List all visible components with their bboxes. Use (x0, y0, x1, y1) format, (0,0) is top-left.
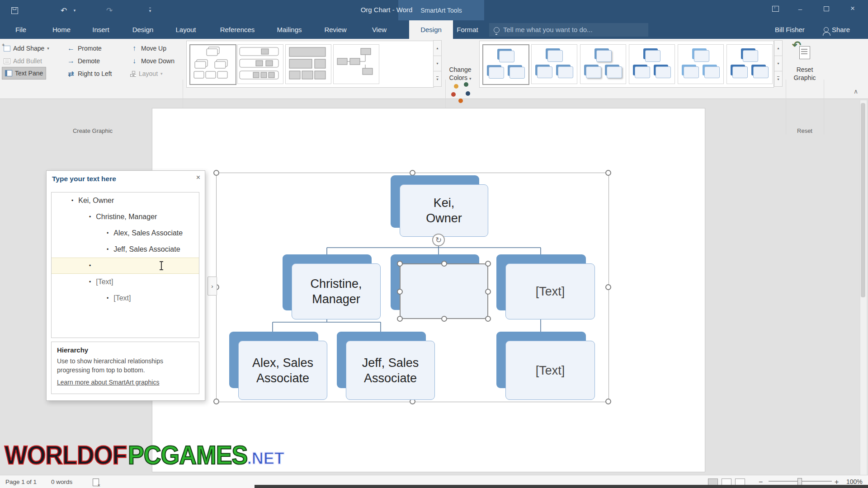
style-thumbnail-2[interactable] (531, 44, 577, 84)
tab-smartart-format[interactable]: Format (453, 20, 482, 39)
org-node-alex[interactable]: Alex, Sales Associate (229, 332, 327, 400)
text-pane-item-editing[interactable]: • (52, 258, 199, 274)
tab-review[interactable]: Review (320, 20, 351, 39)
layout-thumbnail-hierarchy[interactable] (189, 44, 236, 85)
layout-thumbnail-block[interactable] (285, 44, 331, 84)
page-indicator[interactable]: Page 1 of 1 (5, 475, 37, 488)
redo-button[interactable]: ↷ (103, 5, 116, 16)
learn-more-link[interactable]: Learn more about SmartArt graphics (57, 379, 159, 386)
proofing-status-icon[interactable] (93, 479, 99, 486)
org-node-christine[interactable]: Christine, Manager (283, 254, 381, 319)
close-icon[interactable]: × (196, 174, 200, 182)
node-shape[interactable]: [Text] (505, 341, 595, 400)
text-pane-item[interactable]: •Kei, Owner (52, 192, 199, 209)
scroll-up-button[interactable]: ▴ (774, 40, 783, 56)
shape-resize-handle[interactable] (485, 261, 491, 267)
tab-references[interactable]: References (217, 20, 258, 39)
move-down-arrow-icon: ↓ (130, 57, 138, 65)
node-shape[interactable]: Alex, Sales Associate (238, 341, 327, 400)
tab-home[interactable]: Home (48, 20, 75, 39)
text-pane-toggle-button[interactable]: Text Pane (2, 67, 46, 80)
layout-info-box: Hierarchy Use to show hierarchical relat… (51, 342, 199, 394)
node-shape[interactable]: [Text] (505, 263, 595, 319)
undo-dropdown[interactable]: ▾ (71, 5, 78, 16)
gallery-more-button[interactable]: ▾ (774, 71, 783, 87)
collapse-ribbon-button[interactable]: ∧ (854, 88, 858, 95)
tab-view[interactable]: View (368, 20, 391, 39)
node-shape[interactable]: Kei, Owner (400, 184, 488, 237)
shape-resize-handle[interactable] (485, 289, 491, 295)
org-node-text-placeholder-bottom[interactable]: [Text] (496, 332, 595, 400)
scroll-down-button[interactable]: ▾ (433, 56, 442, 71)
minimize-button[interactable]: – (790, 0, 810, 17)
demote-button[interactable]: → Demote (67, 55, 100, 67)
right-to-left-button[interactable]: ⇄ Right to Left (67, 68, 112, 80)
scroll-down-button[interactable]: ▾ (774, 56, 783, 71)
resize-handle[interactable] (605, 284, 611, 290)
shape-resize-handle[interactable] (441, 316, 447, 322)
color-dot-icon (458, 99, 463, 103)
resize-handle[interactable] (213, 170, 219, 176)
style-thumbnail-3[interactable] (580, 44, 626, 84)
node-shape[interactable]: Christine, Manager (292, 263, 381, 319)
org-node-text-placeholder-mid[interactable]: [Text] (496, 254, 595, 319)
text-pane-item[interactable]: •Alex, Sales Associate (52, 225, 199, 241)
promote-button[interactable]: ← Promote (67, 42, 102, 54)
resize-handle[interactable] (213, 399, 219, 404)
resize-handle[interactable] (605, 170, 611, 176)
move-up-button[interactable]: ↑ Move Up (130, 42, 166, 54)
shape-resize-handle[interactable] (397, 289, 403, 295)
ribbon-display-options-button[interactable] (765, 0, 785, 17)
tab-file[interactable]: File (11, 20, 31, 39)
zoom-slider-thumb[interactable] (797, 478, 802, 485)
redo-icon: ↷ (106, 6, 113, 15)
text-pane-item[interactable]: •[Text] (52, 290, 199, 306)
share-button[interactable]: Share (824, 20, 850, 39)
text-pane-list[interactable]: •Kei, Owner •Christine, Manager •Alex, S… (51, 192, 199, 338)
add-shape-button[interactable]: Add Shape ▾ (4, 42, 49, 54)
text-pane-collapse-arrow[interactable]: › (208, 277, 217, 296)
text-pane-item[interactable]: •Jeff, Sales Associate (52, 241, 199, 258)
ribbon: Add Shape ▾ Add Bullet Text Pane ← Promo… (0, 39, 868, 99)
shape-resize-handle[interactable] (485, 316, 491, 322)
style-thumbnail-4[interactable] (629, 44, 675, 84)
tab-smartart-design[interactable]: Design (409, 20, 453, 39)
style-thumbnail-6[interactable] (726, 44, 773, 84)
layout-thumbnail-list-hierarchy[interactable] (237, 44, 283, 84)
resize-handle[interactable] (605, 399, 611, 404)
scroll-up-button[interactable]: ▴ (433, 40, 442, 56)
shape-resize-handle[interactable] (397, 316, 403, 322)
undo-button[interactable]: ↶ (58, 5, 70, 16)
node-shape-selected[interactable] (400, 263, 488, 319)
tab-design[interactable]: Design (128, 20, 157, 39)
word-count[interactable]: 0 words (51, 475, 72, 488)
rotate-handle[interactable]: ↻ (432, 234, 445, 246)
style-thumbnail-5[interactable] (678, 44, 724, 84)
signed-in-user[interactable]: Bill Fisher (775, 20, 805, 39)
save-button[interactable] (8, 5, 21, 16)
add-bullet-button[interactable]: Add Bullet (4, 55, 42, 67)
layout-button[interactable]: Layout ▾ (130, 68, 163, 80)
node-shape[interactable]: Jeff, Sales Associate (346, 341, 435, 400)
tab-layout[interactable]: Layout (171, 20, 201, 39)
bullet-icon: • (107, 246, 108, 253)
shape-resize-handle[interactable] (397, 261, 403, 267)
text-pane-item[interactable]: •Christine, Manager (52, 209, 199, 225)
node-text-line: Manager (312, 291, 360, 307)
move-down-button[interactable]: ↓ Move Down (130, 55, 175, 67)
customize-qat-button[interactable]: ▾ (146, 5, 155, 16)
tab-insert[interactable]: Insert (88, 20, 114, 39)
org-node-empty-selected[interactable] (391, 254, 488, 319)
org-node-kei[interactable]: Kei, Owner (391, 175, 488, 237)
shape-resize-handle[interactable] (441, 261, 447, 267)
restore-button[interactable] (816, 0, 836, 17)
layout-thumbnail-horizontal[interactable] (333, 44, 379, 84)
gallery-more-button[interactable]: ▾ (433, 71, 442, 87)
close-button[interactable]: × (843, 0, 863, 17)
vertical-scrollbar-thumb[interactable] (861, 103, 865, 297)
tell-me-text[interactable]: Tell me what you want to do... (503, 20, 593, 39)
style-thumbnail-1[interactable] (482, 44, 529, 85)
text-pane-item[interactable]: •[Text] (52, 274, 199, 290)
tab-mailings[interactable]: Mailings (271, 20, 307, 39)
org-node-jeff[interactable]: Jeff, Sales Associate (337, 332, 435, 400)
